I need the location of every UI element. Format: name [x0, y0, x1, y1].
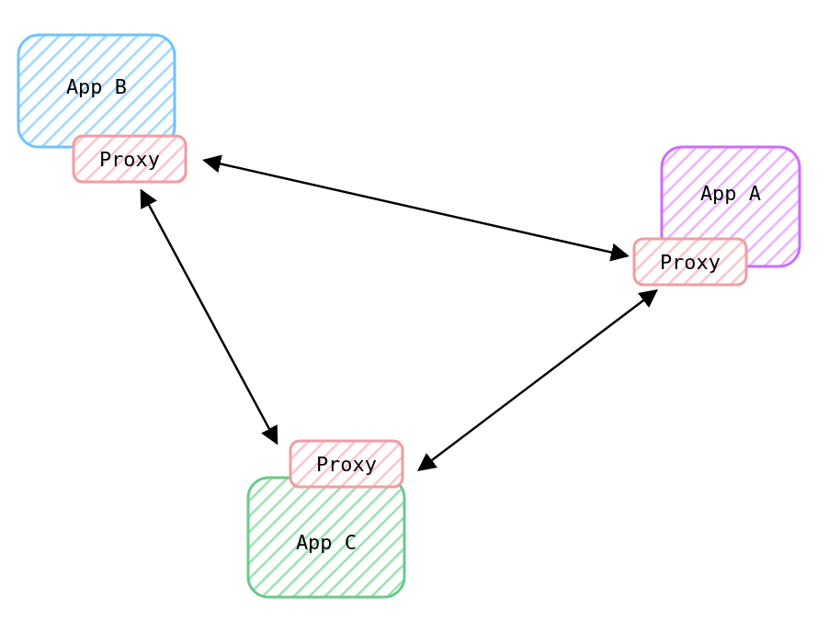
text-proxy-a: Proxy	[660, 251, 721, 274]
edge-proxyA-proxyC	[421, 292, 654, 468]
label-proxy-a: Proxy	[634, 239, 746, 285]
text-app-a: App A	[700, 182, 761, 205]
edges	[142, 161, 654, 468]
label-app-c: App C	[248, 487, 404, 597]
label-proxy-b: Proxy	[74, 136, 186, 182]
label-app-a: App A	[662, 147, 800, 239]
text-proxy-b: Proxy	[99, 148, 160, 171]
diagram-stage: App B Proxy App A Proxy Proxy App C	[0, 0, 840, 632]
text-app-c: App C	[296, 531, 357, 554]
text-proxy-c: Proxy	[316, 453, 377, 476]
label-proxy-c: Proxy	[290, 441, 403, 487]
edge-proxyB-proxyA	[207, 161, 625, 255]
text-app-b: App B	[66, 75, 127, 98]
label-app-b: App B	[18, 35, 175, 138]
edge-proxyB-proxyC	[142, 193, 276, 441]
